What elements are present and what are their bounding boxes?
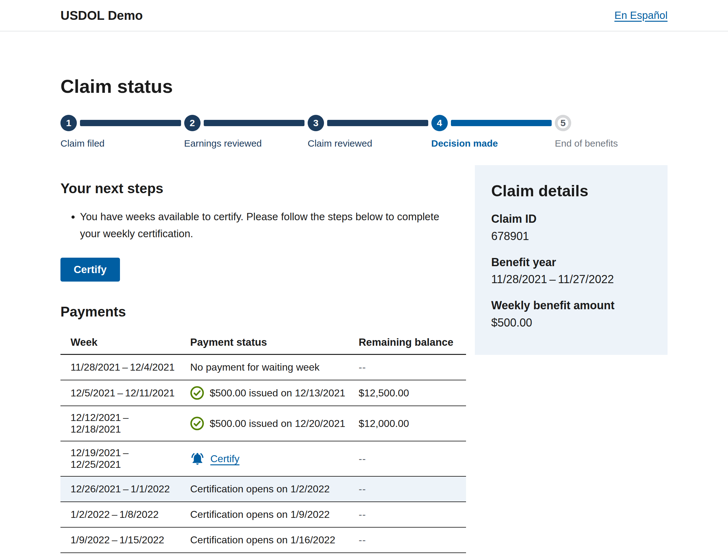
step-claim-reviewed: 3Claim reviewed: [308, 115, 431, 150]
week-cell: 12/19/2021 – 12/25/2021: [60, 441, 180, 476]
table-row: 1/2/2022 – 1/8/2022Certification opens o…: [60, 502, 466, 527]
claim-details-list: Claim ID678901Benefit year11/28/2021 – 1…: [491, 212, 651, 330]
claim-details-card: Claim details Claim ID678901Benefit year…: [475, 165, 668, 355]
site-header: USDOL Demo En Español: [0, 0, 728, 31]
remaining-balance-cell: $12,000.00: [349, 406, 466, 441]
check-circle-icon: [190, 386, 204, 400]
step-circle: 1: [60, 115, 77, 131]
payment-status-text: No payment for waiting week: [190, 361, 320, 373]
week-cell: 1/9/2022 – 1/15/2022: [60, 527, 180, 553]
empty-balance-dash: --: [359, 534, 366, 546]
step-circle: 5: [555, 115, 571, 131]
step-indicator: 1Claim filed2Earnings reviewed3Claim rev…: [60, 115, 627, 150]
table-header-row: Week Payment status Remaining balance: [60, 331, 466, 354]
left-column: Your next steps You have weeks available…: [60, 165, 466, 553]
step-connector: [327, 120, 428, 126]
claim-detail-label: Benefit year: [491, 255, 651, 270]
week-cell: 11/28/2021 – 12/4/2021: [60, 354, 180, 380]
certify-link[interactable]: Certify: [210, 453, 239, 465]
table-row: 12/12/2021 – 12/18/2021$500.00 issued on…: [60, 406, 466, 441]
week-cell: 12/12/2021 – 12/18/2021: [60, 406, 180, 441]
payment-status-text: Certification opens on 1/16/2022: [190, 534, 335, 546]
next-steps-list: You have weeks available to certify. Ple…: [60, 208, 466, 243]
payment-status-text: Certification opens on 1/9/2022: [190, 509, 330, 520]
week-cell: 12/5/2021 – 12/11/2021: [60, 380, 180, 406]
next-steps-heading: Your next steps: [60, 180, 466, 197]
week-column-header: Week: [60, 331, 180, 354]
claim-detail-claim-id: Claim ID678901: [491, 212, 651, 244]
table-row: 12/5/2021 – 12/11/2021$500.00 issued on …: [60, 380, 466, 406]
payment-status-cell: $500.00 issued on 12/13/2021: [180, 380, 349, 406]
step-end-of-benefits: 5End of benefits: [555, 115, 627, 150]
claim-detail-label: Weekly benefit amount: [491, 298, 651, 313]
payment-status-cell: $500.00 issued on 12/20/2021: [180, 406, 349, 441]
claim-detail-label: Claim ID: [491, 212, 651, 227]
language-toggle-link[interactable]: En Español: [614, 9, 668, 21]
empty-balance-dash: --: [359, 509, 366, 520]
remaining-balance-cell: $12,500.00: [349, 380, 466, 406]
step-circle: 3: [308, 115, 324, 131]
main-content: Claim status 1Claim filed2Earnings revie…: [60, 31, 668, 553]
remaining-balance-cell: --: [349, 476, 466, 502]
claim-detail-value: $500.00: [491, 315, 651, 330]
remaining-balance-column-header: Remaining balance: [349, 331, 466, 354]
step-label: Claim filed: [60, 137, 184, 150]
app-title: USDOL Demo: [60, 8, 143, 23]
week-cell: 1/2/2022 – 1/8/2022: [60, 502, 180, 527]
claim-detail-value: 678901: [491, 229, 651, 244]
payment-status-text: $500.00 issued on 12/20/2021: [210, 418, 345, 429]
table-row: 1/9/2022 – 1/15/2022Certification opens …: [60, 527, 466, 553]
claim-details-heading: Claim details: [491, 182, 651, 201]
payment-status-column-header: Payment status: [180, 331, 349, 354]
payment-status-text: $500.00 issued on 12/13/2021: [210, 387, 345, 399]
step-earnings-reviewed: 2Earnings reviewed: [184, 115, 308, 150]
payment-status-cell: Certification opens on 1/16/2022: [180, 527, 349, 553]
claim-detail-weekly-benefit-amount: Weekly benefit amount$500.00: [491, 298, 651, 330]
page-title: Claim status: [60, 76, 668, 97]
content-columns: Your next steps You have weeks available…: [60, 165, 668, 553]
payment-status-cell: Certify: [180, 441, 349, 476]
empty-balance-dash: --: [359, 453, 366, 464]
payment-status-cell: No payment for waiting week: [180, 354, 349, 380]
step-connector: [204, 120, 305, 126]
remaining-balance-cell: --: [349, 527, 466, 553]
claim-detail-benefit-year: Benefit year11/28/2021 – 11/27/2022: [491, 255, 651, 287]
step-connector: [451, 120, 552, 126]
step-label: Decision made: [431, 137, 555, 150]
bell-icon: [190, 451, 205, 466]
week-cell: 12/26/2021 – 1/1/2022: [60, 476, 180, 502]
remaining-balance-cell: --: [349, 502, 466, 527]
next-steps-item: You have weeks available to certify. Ple…: [80, 208, 445, 243]
step-connector: [80, 120, 181, 126]
payment-status-cell: Certification opens on 1/2/2022: [180, 476, 349, 502]
table-row: 11/28/2021 – 12/4/2021No payment for wai…: [60, 354, 466, 380]
remaining-balance-cell: --: [349, 441, 466, 476]
empty-balance-dash: --: [359, 361, 366, 373]
payments-table: Week Payment status Remaining balance 11…: [60, 331, 466, 553]
step-decision-made: 4Decision made: [431, 115, 555, 150]
step-label: Earnings reviewed: [184, 137, 308, 150]
check-circle-icon: [190, 416, 204, 430]
payment-status-cell: Certification opens on 1/9/2022: [180, 502, 349, 527]
step-circle: 4: [431, 115, 448, 131]
step-label: Claim reviewed: [308, 137, 431, 150]
claim-detail-value: 11/28/2021 – 11/27/2022: [491, 272, 651, 287]
step-circle: 2: [184, 115, 201, 131]
payments-heading: Payments: [60, 303, 466, 320]
certify-button[interactable]: Certify: [60, 258, 120, 281]
table-row: 12/26/2021 – 1/1/2022Certification opens…: [60, 476, 466, 502]
table-row: 12/19/2021 – 12/25/2021Certify--: [60, 441, 466, 476]
step-claim-filed: 1Claim filed: [60, 115, 184, 150]
payment-status-text: Certification opens on 1/2/2022: [190, 483, 330, 495]
remaining-balance-cell: --: [349, 354, 466, 380]
empty-balance-dash: --: [359, 483, 366, 495]
step-label: End of benefits: [555, 137, 627, 150]
